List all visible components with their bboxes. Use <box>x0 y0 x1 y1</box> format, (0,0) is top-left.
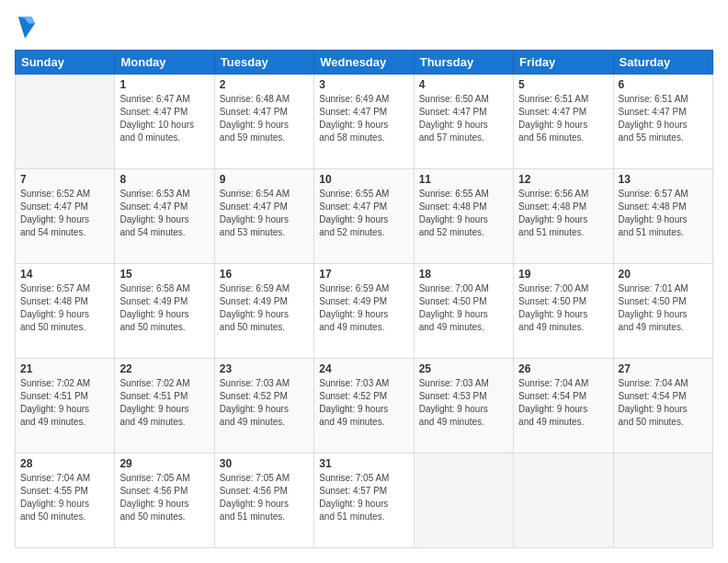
day-info: Sunrise: 6:51 AM Sunset: 4:47 PM Dayligh… <box>518 93 608 144</box>
calendar-cell: 28Sunrise: 7:04 AM Sunset: 4:55 PM Dayli… <box>16 454 115 548</box>
calendar-week-1: 1Sunrise: 6:47 AM Sunset: 4:47 PM Daylig… <box>16 75 713 169</box>
calendar-cell: 3Sunrise: 6:49 AM Sunset: 4:47 PM Daylig… <box>314 75 414 169</box>
calendar-week-2: 7Sunrise: 6:52 AM Sunset: 4:47 PM Daylig… <box>16 169 713 264</box>
day-number: 21 <box>20 362 109 375</box>
calendar-cell: 2Sunrise: 6:48 AM Sunset: 4:47 PM Daylig… <box>214 75 313 169</box>
weekday-wednesday: Wednesday <box>314 51 414 75</box>
header <box>15 15 713 40</box>
day-number: 28 <box>20 457 109 470</box>
calendar-cell: 20Sunrise: 7:01 AM Sunset: 4:50 PM Dayli… <box>613 264 712 359</box>
day-number: 20 <box>619 268 708 281</box>
calendar-cell: 1Sunrise: 6:47 AM Sunset: 4:47 PM Daylig… <box>115 75 214 169</box>
day-info: Sunrise: 6:55 AM Sunset: 4:47 PM Dayligh… <box>319 188 408 239</box>
day-info: Sunrise: 7:04 AM Sunset: 4:55 PM Dayligh… <box>20 472 109 523</box>
day-info: Sunrise: 7:00 AM Sunset: 4:50 PM Dayligh… <box>518 282 608 334</box>
day-number: 30 <box>220 457 309 470</box>
calendar-cell: 22Sunrise: 7:02 AM Sunset: 4:51 PM Dayli… <box>115 359 214 454</box>
day-number: 29 <box>119 457 209 470</box>
day-info: Sunrise: 6:56 AM Sunset: 4:48 PM Dayligh… <box>518 188 608 239</box>
day-info: Sunrise: 7:03 AM Sunset: 4:52 PM Dayligh… <box>319 377 408 429</box>
day-number: 14 <box>20 268 109 281</box>
calendar-cell: 12Sunrise: 6:56 AM Sunset: 4:48 PM Dayli… <box>514 169 613 264</box>
calendar-cell: 10Sunrise: 6:55 AM Sunset: 4:47 PM Dayli… <box>314 169 414 264</box>
day-info: Sunrise: 6:57 AM Sunset: 4:48 PM Dayligh… <box>20 282 109 334</box>
calendar-cell: 27Sunrise: 7:04 AM Sunset: 4:54 PM Dayli… <box>613 359 712 454</box>
day-info: Sunrise: 6:51 AM Sunset: 4:47 PM Dayligh… <box>619 93 708 144</box>
weekday-friday: Friday <box>514 51 613 75</box>
day-number: 3 <box>319 78 408 91</box>
day-number: 9 <box>220 173 309 186</box>
calendar-cell <box>414 454 513 548</box>
day-info: Sunrise: 6:59 AM Sunset: 4:49 PM Dayligh… <box>220 282 309 334</box>
calendar-week-5: 28Sunrise: 7:04 AM Sunset: 4:55 PM Dayli… <box>16 454 713 548</box>
day-number: 16 <box>220 268 309 281</box>
calendar-cell: 15Sunrise: 6:58 AM Sunset: 4:49 PM Dayli… <box>115 264 214 359</box>
day-info: Sunrise: 6:50 AM Sunset: 4:47 PM Dayligh… <box>419 93 508 144</box>
calendar-cell: 31Sunrise: 7:05 AM Sunset: 4:57 PM Dayli… <box>314 454 414 548</box>
day-number: 31 <box>319 457 408 470</box>
day-info: Sunrise: 6:47 AM Sunset: 4:47 PM Dayligh… <box>119 93 209 144</box>
day-info: Sunrise: 7:01 AM Sunset: 4:50 PM Dayligh… <box>619 282 708 334</box>
calendar-body: 1Sunrise: 6:47 AM Sunset: 4:47 PM Daylig… <box>16 75 713 548</box>
day-number: 27 <box>619 362 708 375</box>
day-info: Sunrise: 6:59 AM Sunset: 4:49 PM Dayligh… <box>319 282 408 334</box>
calendar-cell: 30Sunrise: 7:05 AM Sunset: 4:56 PM Dayli… <box>214 454 313 548</box>
calendar-cell: 17Sunrise: 6:59 AM Sunset: 4:49 PM Dayli… <box>314 264 414 359</box>
weekday-sunday: Sunday <box>16 51 115 75</box>
calendar-cell: 4Sunrise: 6:50 AM Sunset: 4:47 PM Daylig… <box>414 75 513 169</box>
calendar-cell: 5Sunrise: 6:51 AM Sunset: 4:47 PM Daylig… <box>514 75 613 169</box>
calendar-cell: 23Sunrise: 7:03 AM Sunset: 4:52 PM Dayli… <box>214 359 313 454</box>
day-number: 7 <box>20 173 109 186</box>
calendar-cell: 24Sunrise: 7:03 AM Sunset: 4:52 PM Dayli… <box>314 359 414 454</box>
calendar-cell: 25Sunrise: 7:03 AM Sunset: 4:53 PM Dayli… <box>414 359 513 454</box>
day-info: Sunrise: 6:55 AM Sunset: 4:48 PM Dayligh… <box>419 188 508 239</box>
day-info: Sunrise: 7:05 AM Sunset: 4:56 PM Dayligh… <box>119 472 209 523</box>
day-info: Sunrise: 6:52 AM Sunset: 4:47 PM Dayligh… <box>20 188 109 239</box>
calendar-cell: 6Sunrise: 6:51 AM Sunset: 4:47 PM Daylig… <box>613 75 712 169</box>
calendar-cell <box>16 75 115 169</box>
day-info: Sunrise: 7:02 AM Sunset: 4:51 PM Dayligh… <box>119 377 209 429</box>
day-info: Sunrise: 7:03 AM Sunset: 4:53 PM Dayligh… <box>419 377 508 429</box>
day-number: 25 <box>419 362 508 375</box>
day-info: Sunrise: 6:58 AM Sunset: 4:49 PM Dayligh… <box>119 282 209 334</box>
calendar-cell: 21Sunrise: 7:02 AM Sunset: 4:51 PM Dayli… <box>16 359 115 454</box>
day-info: Sunrise: 6:49 AM Sunset: 4:47 PM Dayligh… <box>319 93 408 144</box>
day-number: 8 <box>119 173 209 186</box>
day-number: 26 <box>518 362 608 375</box>
calendar-week-3: 14Sunrise: 6:57 AM Sunset: 4:48 PM Dayli… <box>16 264 713 359</box>
day-number: 18 <box>419 268 508 281</box>
calendar-cell: 14Sunrise: 6:57 AM Sunset: 4:48 PM Dayli… <box>16 264 115 359</box>
day-number: 17 <box>319 268 408 281</box>
day-number: 5 <box>518 78 608 91</box>
calendar-table: SundayMondayTuesdayWednesdayThursdayFrid… <box>15 50 713 548</box>
calendar-cell: 26Sunrise: 7:04 AM Sunset: 4:54 PM Dayli… <box>514 359 613 454</box>
day-info: Sunrise: 6:53 AM Sunset: 4:47 PM Dayligh… <box>119 188 209 239</box>
calendar-cell <box>613 454 712 548</box>
calendar-cell: 16Sunrise: 6:59 AM Sunset: 4:49 PM Dayli… <box>214 264 313 359</box>
calendar-cell: 13Sunrise: 6:57 AM Sunset: 4:48 PM Dayli… <box>613 169 712 264</box>
day-info: Sunrise: 7:00 AM Sunset: 4:50 PM Dayligh… <box>419 282 508 334</box>
day-info: Sunrise: 7:05 AM Sunset: 4:57 PM Dayligh… <box>319 472 408 523</box>
weekday-thursday: Thursday <box>414 51 513 75</box>
day-number: 11 <box>419 173 508 186</box>
day-number: 10 <box>319 173 408 186</box>
weekday-tuesday: Tuesday <box>214 51 313 75</box>
calendar-cell: 19Sunrise: 7:00 AM Sunset: 4:50 PM Dayli… <box>514 264 613 359</box>
day-info: Sunrise: 7:04 AM Sunset: 4:54 PM Dayligh… <box>619 377 708 429</box>
day-number: 24 <box>319 362 408 375</box>
day-number: 2 <box>220 78 309 91</box>
day-number: 4 <box>419 78 508 91</box>
logo-icon <box>17 15 35 40</box>
day-info: Sunrise: 7:04 AM Sunset: 4:54 PM Dayligh… <box>518 377 608 429</box>
calendar-cell <box>514 454 613 548</box>
calendar-cell: 8Sunrise: 6:53 AM Sunset: 4:47 PM Daylig… <box>115 169 214 264</box>
day-number: 19 <box>518 268 608 281</box>
day-number: 15 <box>119 268 209 281</box>
calendar-cell: 7Sunrise: 6:52 AM Sunset: 4:47 PM Daylig… <box>16 169 115 264</box>
calendar-week-4: 21Sunrise: 7:02 AM Sunset: 4:51 PM Dayli… <box>16 359 713 454</box>
calendar-cell: 18Sunrise: 7:00 AM Sunset: 4:50 PM Dayli… <box>414 264 513 359</box>
day-info: Sunrise: 6:57 AM Sunset: 4:48 PM Dayligh… <box>619 188 708 239</box>
day-number: 6 <box>619 78 708 91</box>
day-info: Sunrise: 7:05 AM Sunset: 4:56 PM Dayligh… <box>220 472 309 523</box>
logo <box>15 15 35 40</box>
